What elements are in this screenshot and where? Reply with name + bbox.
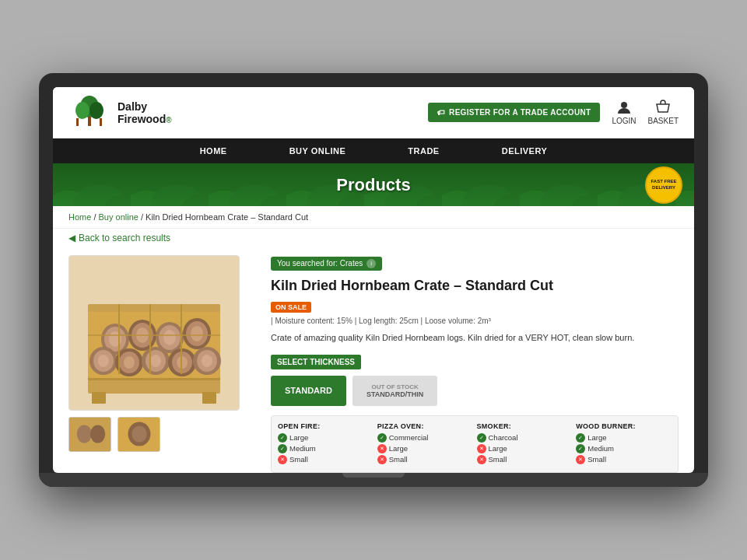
breadcrumb-buy-online[interactable]: Buy online: [99, 212, 139, 222]
pizza-oven-commercial: ✓ Commercial: [377, 433, 473, 443]
logo-area: Dalby Firewood®: [68, 95, 172, 130]
svg-point-28: [124, 356, 135, 369]
thumbnail-row: [68, 417, 255, 452]
svg-point-49: [132, 426, 146, 443]
svg-rect-43: [202, 392, 216, 404]
check-open-fire-small: ✕: [278, 455, 287, 464]
svg-rect-42: [92, 392, 106, 404]
svg-point-25: [98, 355, 109, 367]
wood-burner-title: WOOD BURNER:: [576, 422, 672, 430]
nav-delivery[interactable]: DELIVERY: [502, 146, 548, 156]
check-open-fire-medium: ✓: [278, 444, 287, 453]
product-description: Crate of amazing quality Kiln Dried Horn…: [271, 331, 679, 345]
thumbnail-2[interactable]: [117, 417, 160, 452]
check-pizza-large: ✕: [377, 444, 387, 453]
product-info: You searched for: Crates i Kiln Dried Ho…: [271, 255, 679, 472]
main-product-image: [68, 255, 240, 411]
header-right: 🏷 REGISTER FOR A TRADE ACCOUNT LOGIN BAS…: [428, 100, 679, 125]
product-area: You searched for: Crates i Kiln Dried Ho…: [53, 247, 694, 472]
laptop-screen: Dalby Firewood® 🏷 REGISTER FOR A TRADE A…: [53, 87, 694, 472]
wood-burner-large: ✓ Large: [576, 433, 672, 443]
crate-svg: [76, 261, 232, 405]
pizza-oven-small: ✕ Small: [377, 455, 473, 464]
svg-rect-4: [76, 118, 79, 126]
back-to-results-link[interactable]: ◀ Back to search results: [68, 233, 679, 243]
hero-title: Products: [336, 175, 410, 195]
svg-rect-3: [88, 117, 91, 126]
svg-point-19: [163, 330, 176, 345]
basket-button[interactable]: BASKET: [648, 100, 679, 125]
main-nav: HOME BUY ONLINE TRADE DELIVERY: [53, 138, 694, 163]
badge-line1: FAST FREE: [651, 179, 676, 185]
breadcrumb-home[interactable]: Home: [68, 212, 91, 222]
open-fire-medium: ✓ Medium: [278, 444, 374, 453]
check-pizza-small: ✕: [377, 455, 387, 464]
check-smoker-charcoal: ✓: [477, 433, 486, 443]
register-btn-label: REGISTER FOR A TRADE ACCOUNT: [449, 108, 591, 117]
login-label: LOGIN: [612, 117, 636, 125]
check-wood-burner-large: ✓: [576, 433, 585, 443]
suitability-open-fire: OPEN FIRE: ✓ Large ✓ Medium ✕ Small: [278, 422, 374, 466]
laptop-base: [39, 473, 708, 487]
svg-point-45: [77, 425, 92, 443]
breadcrumb-current: Kiln Dried Hornbeam Crate – Standard Cut: [146, 212, 308, 222]
logo-text: Dalby Firewood®: [117, 100, 172, 125]
breadcrumb: Home / Buy online / Kiln Dried Hornbeam …: [53, 206, 694, 229]
basket-label: BASKET: [648, 117, 679, 125]
wood-burner-small: ✕ Small: [576, 455, 672, 464]
user-icon: [616, 100, 632, 115]
nav-home[interactable]: HOME: [200, 146, 227, 156]
on-sale-badge: ON SALE: [271, 302, 311, 313]
fast-free-badge: FAST FREE DELIVERY: [645, 166, 682, 204]
smoker-title: SMOKER:: [477, 422, 573, 430]
check-smoker-large: ✕: [477, 444, 486, 453]
product-meta: | Moisture content: 15% | Log length: 25…: [271, 317, 679, 325]
svg-point-37: [202, 355, 212, 367]
check-open-fire-large: ✓: [278, 433, 287, 443]
basket-icon: [655, 100, 671, 115]
back-arrow-icon: ◀: [68, 233, 75, 243]
search-tag-text: You searched for: Crates: [277, 259, 363, 268]
thumbnail-1[interactable]: [68, 417, 111, 452]
thickness-standard-button[interactable]: STANDARD: [271, 376, 346, 406]
thickness-standard-thin-button[interactable]: OUT OF STOCK STANDARD/THIN: [352, 376, 437, 406]
hero-banner: Products FAST FREE DELIVERY: [53, 163, 694, 206]
back-link-container: ◀ Back to search results: [53, 229, 694, 247]
search-tag: You searched for: Crates i: [271, 257, 382, 271]
check-wood-burner-medium: ✓: [576, 444, 585, 453]
login-button[interactable]: LOGIN: [612, 100, 636, 125]
suitability-pizza-oven: PIZZA OVEN: ✓ Commercial ✕ Large ✕ Small: [377, 422, 473, 466]
svg-point-1: [75, 102, 89, 119]
product-images: [68, 255, 255, 472]
nav-buy-online[interactable]: BUY ONLINE: [289, 146, 346, 156]
thickness-options: STANDARD OUT OF STOCK STANDARD/THIN: [271, 376, 679, 406]
suitability-grid: OPEN FIRE: ✓ Large ✓ Medium ✕ Small: [271, 415, 679, 473]
out-of-stock-label: OUT OF STOCK: [366, 383, 423, 390]
svg-point-22: [191, 326, 203, 341]
laptop-frame: Dalby Firewood® 🏷 REGISTER FOR A TRADE A…: [39, 73, 708, 486]
register-trade-button[interactable]: 🏷 REGISTER FOR A TRADE ACCOUNT: [428, 103, 601, 122]
open-fire-title: OPEN FIRE:: [278, 422, 374, 430]
smoker-large: ✕ Large: [477, 444, 573, 453]
product-title: Kiln Dried Hornbeam Crate – Standard Cut: [271, 277, 679, 295]
check-pizza-commercial: ✓: [377, 433, 387, 443]
pizza-oven-title: PIZZA OVEN:: [377, 422, 473, 430]
suitability-smoker: SMOKER: ✓ Charcoal ✕ Large ✕ Small: [477, 422, 573, 466]
check-smoker-small: ✕: [477, 455, 486, 464]
smoker-charcoal: ✓ Charcoal: [477, 433, 573, 443]
svg-point-31: [150, 355, 161, 367]
svg-point-46: [90, 425, 105, 443]
open-fire-large: ✓ Large: [278, 433, 374, 443]
wood-burner-medium: ✓ Medium: [576, 444, 672, 453]
check-wood-burner-small: ✕: [576, 455, 585, 464]
nav-trade[interactable]: TRADE: [408, 146, 439, 156]
svg-point-6: [621, 102, 627, 108]
open-fire-small: ✕ Small: [278, 455, 374, 464]
smoker-small: ✕ Small: [477, 455, 573, 464]
svg-rect-10: [88, 304, 220, 312]
svg-rect-5: [100, 118, 102, 126]
register-icon: 🏷: [437, 108, 445, 117]
logo-icon: [68, 95, 111, 130]
pizza-oven-large: ✕ Large: [377, 444, 473, 453]
svg-point-2: [89, 102, 103, 119]
